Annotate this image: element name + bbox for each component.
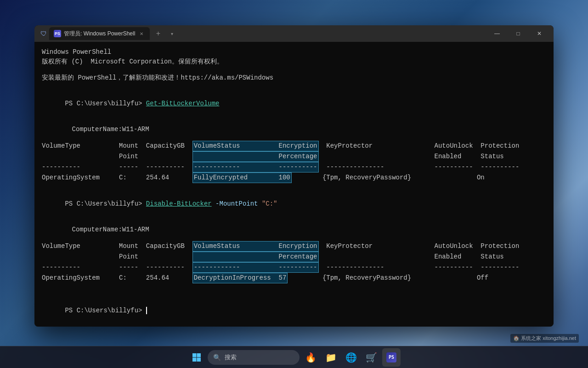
prompt-text-2: PS C:\Users\billyfu> bbox=[65, 200, 146, 207]
table1-col-headers: VolumeType Mount CapacityGB VolumeStatus… bbox=[42, 141, 546, 151]
table2-highlight-header2: Percentage bbox=[192, 252, 319, 262]
empty-line-5 bbox=[42, 183, 546, 190]
title-bar: 🛡 PS 管理员: Windows PowerShell ✕ + ▾ — □ ✕ bbox=[34, 25, 554, 42]
new-tab-button[interactable]: + bbox=[152, 27, 164, 40]
taskbar-terminal-app[interactable]: PS bbox=[382, 348, 401, 367]
shield-icon: 🛡 bbox=[38, 28, 49, 39]
table2-col-headers: VolumeType Mount CapacityGB VolumeStatus… bbox=[42, 241, 546, 252]
taskbar-center: 🔍 搜索 🔥 📁 🌐 🛒 PS bbox=[187, 348, 401, 367]
final-prompt-text: PS C:\Users\billyfu> bbox=[65, 307, 146, 314]
table1-separator: ---------- ----- ---------- ------------… bbox=[42, 162, 546, 172]
tab-area: PS 管理员: Windows PowerShell ✕ + ▾ bbox=[49, 25, 486, 42]
header-line2: 版权所有 (C) Microsoft Corporation。保留所有权利。 bbox=[42, 57, 546, 67]
taskbar-edge-app[interactable]: 🌐 bbox=[342, 348, 360, 367]
taskbar-fire-app[interactable]: 🔥 bbox=[301, 348, 320, 367]
cursor bbox=[146, 307, 147, 314]
table2-highlight-sep: ------------ ---------- bbox=[192, 262, 319, 273]
taskbar: 🔍 搜索 🔥 📁 🌐 🛒 PS bbox=[0, 346, 588, 368]
prompt-text-1: PS C:\Users\billyfu> bbox=[65, 100, 146, 107]
powershell-tab[interactable]: PS 管理员: Windows PowerShell ✕ bbox=[49, 27, 150, 40]
empty-line-9 bbox=[42, 290, 546, 296]
command-flag-2: -MountPoint bbox=[212, 200, 262, 207]
watermark-text: 🏠 系统之家 xitongzhijia.net bbox=[513, 335, 576, 341]
command-main-2: Disable-BitLocker bbox=[146, 200, 212, 207]
header-line1: Windows PowerShell bbox=[42, 47, 546, 57]
table1-col-headers2: Point Percentage Enabled Status bbox=[42, 151, 546, 162]
table2-separator: ---------- ----- ---------- ------------… bbox=[42, 262, 546, 273]
window-controls: — □ ✕ bbox=[486, 25, 550, 42]
watermark: 🏠 系统之家 xitongzhijia.net bbox=[510, 334, 579, 343]
table1-highlight-header2: Percentage bbox=[192, 151, 319, 162]
taskbar-files-app[interactable]: 📁 bbox=[322, 348, 340, 367]
terminal-content[interactable]: Windows PowerShell 版权所有 (C) Microsoft Co… bbox=[34, 42, 554, 327]
header-line4: 安装最新的 PowerShell，了解新功能和改进！https://aka.ms… bbox=[42, 73, 546, 83]
table2-highlight-header: VolumeStatus Encryption bbox=[192, 241, 319, 252]
computer-name-1: ComputerName:W11-ARM bbox=[42, 125, 546, 134]
table1-highlight-sep: ------------ ---------- bbox=[192, 162, 319, 172]
search-bar[interactable]: 🔍 搜索 bbox=[208, 350, 300, 365]
search-placeholder: 搜索 bbox=[225, 353, 237, 362]
empty-line-6 bbox=[42, 218, 546, 225]
prompt-2: PS C:\Users\billyfu> Disable-BitLocker -… bbox=[42, 190, 546, 218]
maximize-button[interactable]: □ bbox=[508, 25, 529, 42]
final-prompt-line: PS C:\Users\billyfu> bbox=[42, 296, 546, 325]
minimize-button[interactable]: — bbox=[486, 25, 508, 42]
table1-data-row: OperatingSystem C: 254.64 FullyEncrypted… bbox=[42, 172, 546, 183]
svg-rect-2 bbox=[192, 357, 197, 362]
empty-line-2 bbox=[42, 83, 546, 89]
command-1: Get-BitLockerVolume bbox=[146, 100, 220, 107]
empty-line-1 bbox=[42, 67, 546, 73]
svg-rect-0 bbox=[192, 353, 197, 357]
computer-name-2: ComputerName:W11-ARM bbox=[42, 225, 546, 235]
close-button[interactable]: ✕ bbox=[529, 25, 550, 42]
table1-highlight-header: VolumeStatus Encryption bbox=[192, 141, 319, 151]
dropdown-button[interactable]: ▾ bbox=[166, 28, 177, 39]
empty-line-3 bbox=[42, 118, 546, 125]
table2-data-row: OperatingSystem C: 254.64 DecryptionInPr… bbox=[42, 273, 546, 283]
powershell-icon: PS bbox=[54, 30, 61, 37]
tab-label: 管理员: Windows PowerShell bbox=[64, 30, 135, 38]
prompt-1: PS C:\Users\billyfu> Get-BitLockerVolume bbox=[42, 89, 546, 118]
taskbar-store-app[interactable]: 🛒 bbox=[362, 348, 380, 367]
tab-close-button[interactable]: ✕ bbox=[138, 30, 145, 37]
empty-line-4 bbox=[42, 134, 546, 141]
svg-rect-3 bbox=[197, 357, 201, 362]
table2-col-headers2: Point Percentage Enabled Status bbox=[42, 252, 546, 262]
powershell-window: 🛡 PS 管理员: Windows PowerShell ✕ + ▾ — □ ✕… bbox=[34, 25, 554, 327]
empty-line-7 bbox=[42, 235, 546, 241]
windows-start-button[interactable] bbox=[187, 348, 206, 367]
svg-rect-1 bbox=[197, 353, 201, 357]
search-icon: 🔍 bbox=[213, 354, 221, 361]
table2-highlight-data: DecryptionInProgress 57 bbox=[192, 273, 288, 283]
empty-line-8 bbox=[42, 283, 546, 290]
table1-highlight-data: FullyEncrypted 100 bbox=[192, 172, 292, 183]
command-string-2: "C:" bbox=[262, 200, 277, 207]
